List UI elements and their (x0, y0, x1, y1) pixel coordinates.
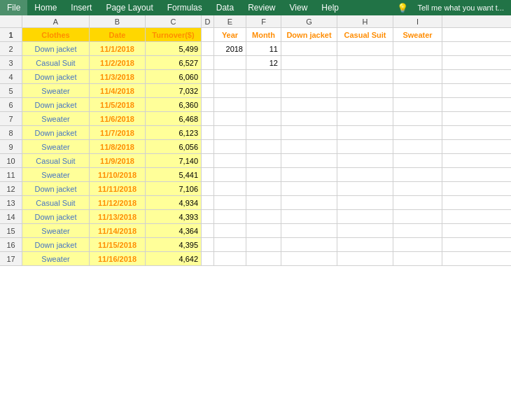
cell-date[interactable]: 11/6/2018 (90, 112, 146, 125)
cell-i-2[interactable] (393, 42, 442, 55)
cell-g-4[interactable] (281, 70, 337, 83)
cell-clothes[interactable]: Casual Suit (22, 196, 90, 209)
cell-year[interactable] (214, 182, 246, 195)
cell-date[interactable]: 11/10/2018 (90, 168, 146, 181)
cell-date[interactable]: 11/2/2018 (90, 56, 146, 69)
cell-i-10[interactable] (393, 154, 442, 167)
menu-view[interactable]: View (283, 0, 315, 15)
header-month[interactable]: Month (246, 28, 281, 41)
cell-turnover[interactable]: 6,360 (146, 98, 202, 111)
cell-turnover[interactable]: 6,060 (146, 70, 202, 83)
tell-me-bar[interactable]: 💡 Tell me what you want t... (383, 0, 512, 15)
cell-i-17[interactable] (393, 252, 442, 265)
cell-month[interactable]: 12 (246, 56, 281, 69)
cell-clothes[interactable]: Down jacket (22, 98, 90, 111)
cell-turnover[interactable]: 7,106 (146, 182, 202, 195)
cell-date[interactable]: 11/9/2018 (90, 154, 146, 167)
cell-month[interactable] (246, 238, 281, 251)
cell-year[interactable] (214, 252, 246, 265)
cell-i-11[interactable] (393, 168, 442, 181)
cell-turnover[interactable]: 6,123 (146, 126, 202, 139)
cell-turnover[interactable]: 4,934 (146, 196, 202, 209)
cell-h-11[interactable] (337, 168, 393, 181)
cell-clothes[interactable]: Down jacket (22, 210, 90, 223)
cell-g-15[interactable] (281, 224, 337, 237)
header-sweater[interactable]: Sweater (393, 28, 442, 41)
cell-clothes[interactable]: Down jacket (22, 126, 90, 139)
cell-i-9[interactable] (393, 140, 442, 153)
menu-review[interactable]: Review (241, 0, 282, 15)
cell-month[interactable] (246, 252, 281, 265)
cell-date[interactable]: 11/3/2018 (90, 70, 146, 83)
menu-insert[interactable]: Insert (64, 0, 99, 15)
cell-clothes[interactable]: Sweater (22, 168, 90, 181)
cell-h-16[interactable] (337, 238, 393, 251)
cell-month[interactable] (246, 98, 281, 111)
cell-year[interactable] (214, 210, 246, 223)
cell-i-8[interactable] (393, 126, 442, 139)
cell-g-7[interactable] (281, 112, 337, 125)
cell-turnover[interactable]: 4,364 (146, 224, 202, 237)
cell-turnover[interactable]: 6,468 (146, 112, 202, 125)
cell-g-3[interactable] (281, 56, 337, 69)
cell-turnover[interactable]: 6,527 (146, 56, 202, 69)
cell-month[interactable] (246, 182, 281, 195)
cell-date[interactable]: 11/5/2018 (90, 98, 146, 111)
cell-i-5[interactable] (393, 84, 442, 97)
cell-year[interactable] (214, 168, 246, 181)
cell-year[interactable] (214, 154, 246, 167)
cell-g-10[interactable] (281, 154, 337, 167)
cell-month[interactable] (246, 196, 281, 209)
col-header-F[interactable]: F (246, 15, 281, 27)
cell-year[interactable] (214, 126, 246, 139)
cell-g-14[interactable] (281, 210, 337, 223)
cell-h-8[interactable] (337, 126, 393, 139)
cell-turnover[interactable]: 6,056 (146, 140, 202, 153)
cell-month[interactable] (246, 84, 281, 97)
cell-date[interactable]: 11/4/2018 (90, 84, 146, 97)
cell-turnover[interactable]: 4,642 (146, 252, 202, 265)
cell-clothes[interactable]: Down jacket (22, 42, 90, 55)
cell-month[interactable] (246, 224, 281, 237)
col-header-H[interactable]: H (337, 15, 393, 27)
cell-i-16[interactable] (393, 238, 442, 251)
cell-year[interactable] (214, 196, 246, 209)
cell-clothes[interactable]: Sweater (22, 252, 90, 265)
cell-i-6[interactable] (393, 98, 442, 111)
cell-month[interactable] (246, 126, 281, 139)
cell-g-17[interactable] (281, 252, 337, 265)
cell-year[interactable] (214, 112, 246, 125)
cell-h-3[interactable] (337, 56, 393, 69)
cell-date[interactable]: 11/16/2018 (90, 252, 146, 265)
cell-turnover[interactable]: 5,499 (146, 42, 202, 55)
cell-h-2[interactable] (337, 42, 393, 55)
cell-month[interactable] (246, 154, 281, 167)
cell-g-13[interactable] (281, 196, 337, 209)
cell-g-6[interactable] (281, 98, 337, 111)
cell-month[interactable] (246, 210, 281, 223)
menu-page-layout[interactable]: Page Layout (99, 0, 160, 15)
cell-clothes[interactable]: Sweater (22, 140, 90, 153)
cell-h-5[interactable] (337, 84, 393, 97)
col-header-I[interactable]: I (393, 15, 442, 27)
cell-h-4[interactable] (337, 70, 393, 83)
cell-date[interactable]: 11/7/2018 (90, 126, 146, 139)
cell-month[interactable] (246, 70, 281, 83)
cell-g-9[interactable] (281, 140, 337, 153)
cell-date[interactable]: 11/12/2018 (90, 196, 146, 209)
cell-h-14[interactable] (337, 210, 393, 223)
header-turnover[interactable]: Turnover($) (146, 28, 202, 41)
col-header-C[interactable]: C (146, 15, 202, 27)
cell-i-7[interactable] (393, 112, 442, 125)
cell-year[interactable] (214, 70, 246, 83)
col-header-G[interactable]: G (281, 15, 337, 27)
cell-i-13[interactable] (393, 196, 442, 209)
cell-date[interactable]: 11/13/2018 (90, 210, 146, 223)
cell-year[interactable] (214, 84, 246, 97)
cell-date[interactable]: 11/11/2018 (90, 182, 146, 195)
header-down-jacket[interactable]: Down jacket (281, 28, 337, 41)
col-header-E[interactable]: E (214, 15, 246, 27)
cell-h-13[interactable] (337, 196, 393, 209)
cell-clothes[interactable]: Sweater (22, 112, 90, 125)
col-header-D[interactable]: D (202, 15, 214, 27)
